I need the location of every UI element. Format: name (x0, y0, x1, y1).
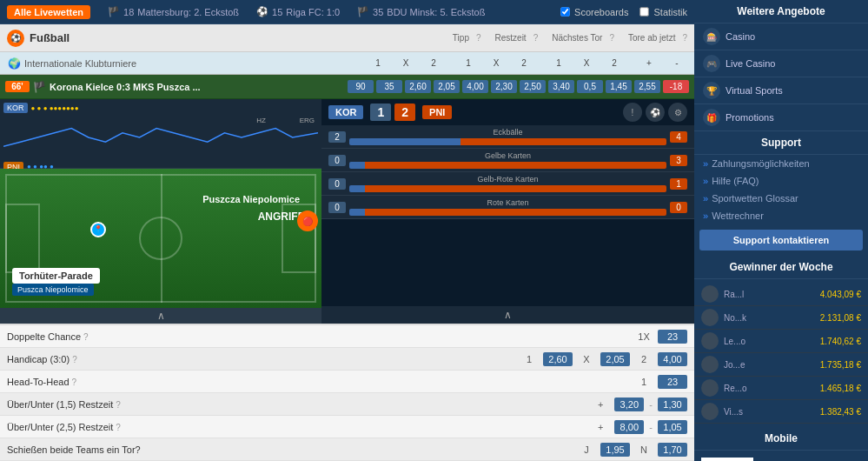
odd-neg18[interactable]: -18 (663, 80, 689, 93)
team1-display: KOR (328, 105, 363, 119)
stat-row-rot: 0 Rote Karten 0 (321, 196, 694, 219)
statistik-checkbox[interactable]: Statistik (639, 6, 687, 17)
flag-icon-1: 🏴 (108, 6, 120, 17)
support-zahlungen[interactable]: Zahlungsmöglichkeiten (694, 155, 868, 172)
head-help[interactable]: ? (72, 377, 77, 387)
expand-arrow[interactable]: ∧ (0, 308, 321, 324)
restzeit-help-icon[interactable]: ? (533, 33, 539, 43)
mobile-header: Mobile (694, 427, 868, 451)
winner-amount-2: 2.131,08 € (820, 313, 861, 323)
bet-col-j: J (578, 444, 595, 455)
bet-odd-130[interactable]: 1,30 (658, 398, 687, 411)
livewetten-badge[interactable]: Alle Livewetten (7, 5, 90, 19)
support-glossar-label: Sportwetten Glossar (712, 193, 798, 204)
match-team-3: BDU Minsk: 5. Eckstoß (387, 7, 485, 17)
statistik-label: Statistik (653, 7, 687, 17)
stat-bar-eckbaelle: Eckbälle (349, 128, 666, 145)
bet-odd-195[interactable]: 1,95 (600, 443, 630, 457)
gear-icon[interactable]: ⚙ (668, 103, 687, 122)
stat-bar-left-gelb-rot (349, 185, 365, 192)
odd-255[interactable]: 2,55 (634, 80, 660, 93)
erg-label: ERG (300, 117, 315, 124)
betting-section: Doppelte Chance ? 1X 23 Handicap (3:0) ?… (0, 324, 694, 461)
stats-expand[interactable]: ∧ (321, 306, 694, 324)
bet-odd-105[interactable]: 1,05 (658, 420, 687, 434)
promotions-label: Promotions (726, 112, 774, 123)
bet-odd-170[interactable]: 1,70 (658, 443, 687, 457)
ueber25-help[interactable]: ? (116, 423, 121, 432)
tipp-help-icon[interactable]: ? (476, 33, 481, 43)
menu-casino[interactable]: 🎰 Casino (694, 23, 868, 50)
stat-bar-row-gelbe (349, 162, 666, 169)
support-hilfe[interactable]: Hilfe (FAQ) (694, 172, 868, 190)
winner-row-6: Vi...s 1.382,43 € (694, 400, 868, 424)
odd-400[interactable]: 4,00 (462, 80, 488, 93)
winner-amount-1: 4.043,09 € (820, 290, 861, 299)
mobile-section (694, 451, 868, 461)
odd-250[interactable]: 2,50 (520, 80, 546, 93)
menu-virtual-sports[interactable]: 🏆 Virtual Sports (694, 77, 868, 104)
bet-odd-205[interactable]: 2,05 (600, 352, 630, 366)
odd-145[interactable]: 1,45 (606, 80, 632, 93)
odd-260[interactable]: 2,60 (405, 80, 431, 93)
bet-col-h2: 2 (635, 354, 653, 364)
promotions-icon: 🎁 (703, 109, 720, 126)
score-header: KOR 1 2 PNI ! ⚽ ⚙ (321, 99, 694, 125)
bet-odd-800[interactable]: 8,00 (614, 420, 644, 434)
stat-bar-left-gelbe (349, 162, 365, 169)
bet-row-ueber25: Über/Unter (2,5) Restzeit ? + 8,00 - 1,0… (0, 416, 694, 438)
live-minute-badge: 66' (5, 81, 30, 92)
support-zahlungen-label: Zahlungsmöglichkeiten (712, 158, 810, 169)
live-section: KOR ● ● ● ●●●●●●● HZ ERG PNI ● (0, 99, 694, 324)
support-glossar[interactable]: Sportwetten Glossar (694, 190, 868, 207)
naechstes-tor-label: Nächstes Tor (552, 33, 602, 43)
stat-bar-left-eckb (349, 138, 461, 145)
odd-90[interactable]: 90 (348, 80, 374, 93)
stat-bar-right-gelb-rot (365, 185, 666, 192)
winner-avatar-2 (701, 309, 719, 326)
match-item-3: 🏴 35 BDU Minsk: 5. Eckstoß (357, 6, 485, 17)
action-label: Torhüter-Parade (12, 268, 100, 284)
action-icons: ! ⚽ ⚙ (623, 103, 687, 122)
live-stats-panel: KOR 1 2 PNI ! ⚽ ⚙ 2 (321, 99, 694, 324)
winner-row-1: Ra...l 4.043,09 € (694, 283, 868, 306)
menu-live-casino[interactable]: 🎮 Live Casino (694, 50, 868, 77)
winner-avatar-1 (701, 285, 719, 303)
naechstes-tor-help-icon[interactable]: ? (609, 33, 614, 43)
bet-odd-320[interactable]: 3,20 (614, 398, 644, 411)
bet-row-ueber15: Über/Unter (1,5) Restzeit ? + 3,20 - 1,3… (0, 393, 694, 416)
doppelte-help[interactable]: ? (83, 332, 89, 342)
stat-bar-row (349, 138, 666, 145)
menu-promotions[interactable]: 🎁 Promotions (694, 104, 868, 131)
bet-odd-400[interactable]: 4,00 (658, 352, 687, 366)
bet-odd-23a[interactable]: 23 (658, 330, 687, 344)
bet-odd-23b[interactable]: 23 (658, 375, 687, 389)
right-panel: Weitere Angebote 🎰 Casino 🎮 Live Casino … (694, 0, 868, 461)
ueber15-help[interactable]: ? (116, 400, 121, 410)
bet-name-ueber25: Über/Unter (2,5) Restzeit ? (7, 422, 586, 432)
bet-name-beide: Schießen beide Teams ein Tor? (7, 444, 573, 455)
tore-ab-jetzt-help-icon[interactable]: ? (682, 33, 687, 43)
score-display: KOR 1 2 PNI (328, 104, 452, 121)
stat-bar-gelb-rot: Gelb-Rote Karten (349, 175, 666, 192)
tcol-x1: X (395, 58, 416, 68)
odd-205[interactable]: 2,05 (434, 80, 460, 93)
odd-05[interactable]: 0,5 (577, 80, 603, 93)
stats-footer: ∧ (321, 219, 694, 324)
handicap-help[interactable]: ? (72, 355, 77, 364)
winner-name-4: Jo...e (724, 360, 815, 370)
odd-35[interactable]: 35 (376, 80, 402, 93)
scoreboards-checkbox[interactable]: Scoreboards (560, 6, 628, 17)
support-contact-button[interactable]: Support kontaktieren (699, 230, 863, 251)
match-number-3: 35 (373, 7, 383, 17)
odd-340[interactable]: 3,40 (548, 80, 574, 93)
tore-ab-jetzt-label: Tore ab jetzt (628, 33, 675, 43)
bet-col-head1: 1 (635, 377, 653, 387)
bet-odd-260[interactable]: 2,60 (543, 352, 573, 366)
alert-icon[interactable]: ! (623, 103, 642, 122)
bet-name-handicap: Handicap (3:0) ? (7, 354, 515, 364)
odd-230[interactable]: 2,30 (491, 80, 517, 93)
support-wettrechner[interactable]: Wettrechner (694, 207, 868, 224)
game-teams: Korona Kielce 0:3 MKS Puszca ... (50, 82, 344, 92)
ball-icon[interactable]: ⚽ (646, 103, 665, 122)
